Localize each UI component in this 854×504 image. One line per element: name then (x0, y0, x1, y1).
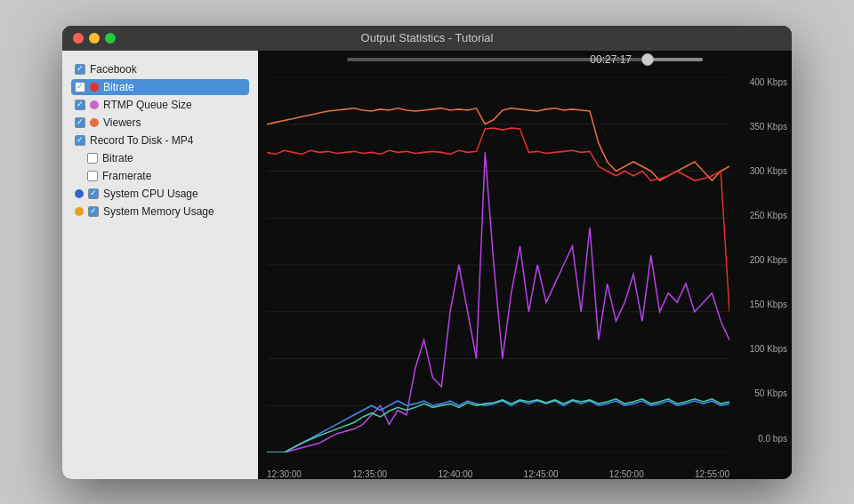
y-label-150: 150 Kbps (729, 300, 787, 309)
rtmp-line (267, 152, 729, 452)
sidebar-label-memory: System Memory Usage (103, 205, 214, 218)
sidebar-item-framerate[interactable]: Framerate (71, 168, 249, 184)
titlebar: Output Statistics - Tutorial (62, 26, 792, 51)
traffic-lights (73, 33, 116, 44)
maximize-button[interactable] (105, 33, 116, 44)
chart-area: 00:27:17 400 Kbps 350 Kbps 300 Kbps 250 … (258, 51, 792, 479)
main-window: Output Statistics - Tutorial Facebook Bi… (62, 26, 792, 479)
sidebar-label-viewers: Viewers (103, 116, 141, 129)
checkbox-record[interactable] (75, 135, 85, 146)
y-label-250: 250 Kbps (729, 211, 787, 220)
y-label-0: 0.0 bps (729, 434, 787, 444)
color-dot-rtmp (90, 100, 99, 109)
slider-thumb[interactable] (641, 53, 654, 66)
chart-controls: 00:27:17 (258, 51, 792, 68)
sidebar-label-rtmp: RTMP Queue Size (103, 99, 192, 111)
sidebar-item-rtmp[interactable]: RTMP Queue Size (71, 97, 249, 113)
y-label-100: 100 Kbps (729, 344, 787, 354)
color-dot-bitrate (90, 83, 99, 92)
timeline-slider[interactable] (347, 58, 703, 61)
checkbox-viewers[interactable] (75, 117, 85, 128)
window-title: Output Statistics - Tutorial (361, 31, 494, 44)
sidebar-item-facebook[interactable]: Facebook (71, 61, 249, 77)
minimize-button[interactable] (89, 33, 100, 44)
sidebar-item-memory[interactable]: System Memory Usage (71, 204, 249, 220)
viewers-line (267, 108, 729, 180)
sidebar-label-record: Record To Disk - MP4 (90, 134, 193, 147)
chart-container: 400 Kbps 350 Kbps 300 Kbps 250 Kbps 200 … (258, 68, 792, 479)
sidebar-item-bitrate-sub[interactable]: Bitrate (71, 150, 249, 166)
checkbox-bitrate[interactable] (75, 82, 85, 92)
sidebar-item-cpu[interactable]: System CPU Usage (71, 186, 249, 202)
chart-svg (267, 77, 729, 452)
y-label-50: 50 Kbps (729, 388, 787, 398)
checkbox-rtmp[interactable] (75, 100, 85, 110)
x-label-1: 12:35:00 (352, 469, 387, 479)
x-label-2: 12:40:00 (438, 469, 472, 479)
x-axis: 12:30:00 12:35:00 12:40:00 12:45:00 12:5… (267, 452, 729, 479)
sidebar: Facebook Bitrate RTMP Queue Size Viewers (62, 51, 258, 479)
x-label-5: 12:55:00 (695, 469, 729, 479)
checkbox-memory[interactable] (88, 206, 99, 217)
close-button[interactable] (73, 33, 84, 44)
y-label-200: 200 Kbps (729, 255, 787, 265)
cpu-line (267, 400, 729, 452)
sidebar-label-cpu: System CPU Usage (103, 188, 198, 200)
y-label-300: 300 Kbps (729, 166, 787, 176)
color-dot-viewers (90, 118, 99, 127)
checkbox-cpu[interactable] (88, 188, 99, 199)
y-label-350: 350 Kbps (729, 122, 787, 132)
checkbox-bitrate-sub[interactable] (87, 153, 98, 164)
sidebar-label-bitrate-sub: Bitrate (102, 152, 133, 164)
y-axis: 400 Kbps 350 Kbps 300 Kbps 250 Kbps 200 … (729, 68, 792, 452)
sidebar-item-viewers[interactable]: Viewers (71, 115, 249, 131)
bitrate-line (267, 127, 729, 311)
sidebar-item-record[interactable]: Record To Disk - MP4 (71, 132, 249, 148)
sidebar-label-bitrate: Bitrate (103, 81, 134, 93)
sidebar-label-framerate: Framerate (102, 170, 151, 182)
time-display: 00:27:17 (590, 53, 632, 66)
content-area: Facebook Bitrate RTMP Queue Size Viewers (62, 51, 792, 479)
checkbox-framerate[interactable] (87, 171, 98, 181)
x-label-3: 12:45:00 (524, 469, 559, 479)
color-dot-cpu (75, 189, 84, 198)
x-label-4: 12:50:00 (609, 469, 644, 479)
x-label-0: 12:30:00 (267, 469, 302, 479)
sidebar-label-facebook: Facebook (90, 63, 137, 76)
memory-line (267, 398, 729, 452)
checkbox-facebook[interactable] (75, 64, 85, 75)
slider-fill (649, 58, 703, 61)
color-dot-memory (75, 207, 84, 216)
sidebar-item-bitrate[interactable]: Bitrate (71, 79, 249, 95)
y-label-400: 400 Kbps (729, 77, 787, 87)
